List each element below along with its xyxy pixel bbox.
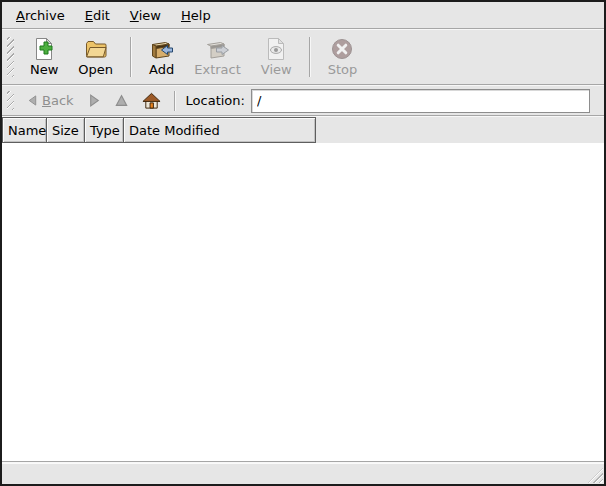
toolbar-separator <box>309 37 311 77</box>
toolbar-separator <box>130 37 132 77</box>
menu-edit[interactable]: Edit <box>75 2 120 28</box>
extract-button-label: Extract <box>194 62 241 77</box>
new-button[interactable]: New <box>20 34 68 80</box>
extract-button: Extract <box>184 34 251 80</box>
menu-bar: Archive Edit View Help <box>2 2 604 28</box>
back-arrow-icon <box>27 95 38 106</box>
new-button-label: New <box>30 62 58 77</box>
home-icon <box>142 91 161 110</box>
open-button-label: Open <box>78 62 113 77</box>
file-list-panel: Name Size Type Date Modified <box>2 117 604 461</box>
column-header-size[interactable]: Size <box>46 117 85 143</box>
column-header-date-modified[interactable]: Date Modified <box>123 117 316 143</box>
status-bar <box>2 463 604 484</box>
forward-button <box>81 91 108 110</box>
archive-manager-window: Archive Edit View Help New <box>0 0 606 486</box>
location-label: Location: <box>186 93 245 108</box>
menu-view[interactable]: View <box>120 2 171 28</box>
file-list-area[interactable] <box>2 143 604 461</box>
stop-button: Stop <box>318 34 368 80</box>
toolbar-grip[interactable] <box>7 37 14 77</box>
column-header-name[interactable]: Name <box>2 117 47 143</box>
new-archive-icon <box>32 37 56 61</box>
add-files-icon <box>150 37 174 61</box>
open-button[interactable]: Open <box>68 34 123 80</box>
main-toolbar: New Open Add <box>2 30 604 84</box>
view-button: View <box>251 34 302 80</box>
location-bar: Back Location: <box>2 86 604 115</box>
menu-archive[interactable]: Archive <box>6 2 75 28</box>
back-button-label: Back <box>42 93 74 108</box>
back-button: Back <box>20 90 81 111</box>
up-arrow-icon <box>115 94 128 107</box>
column-header-filler <box>316 117 604 143</box>
add-button-label: Add <box>149 62 174 77</box>
forward-arrow-icon <box>88 94 101 107</box>
location-bar-separator <box>174 91 176 111</box>
resize-grip-icon[interactable] <box>588 468 603 483</box>
stop-button-label: Stop <box>328 62 358 77</box>
extract-icon <box>206 37 230 61</box>
column-header-type[interactable]: Type <box>84 117 124 143</box>
location-input[interactable] <box>251 89 590 113</box>
up-button <box>108 91 135 110</box>
open-archive-icon <box>84 37 108 61</box>
column-header-row: Name Size Type Date Modified <box>2 117 604 143</box>
view-file-icon <box>264 37 288 61</box>
menu-help[interactable]: Help <box>171 2 221 28</box>
location-bar-grip[interactable] <box>7 91 14 110</box>
home-button[interactable] <box>135 88 168 113</box>
view-button-label: View <box>261 62 292 77</box>
add-button[interactable]: Add <box>139 34 184 80</box>
stop-icon <box>330 37 354 61</box>
